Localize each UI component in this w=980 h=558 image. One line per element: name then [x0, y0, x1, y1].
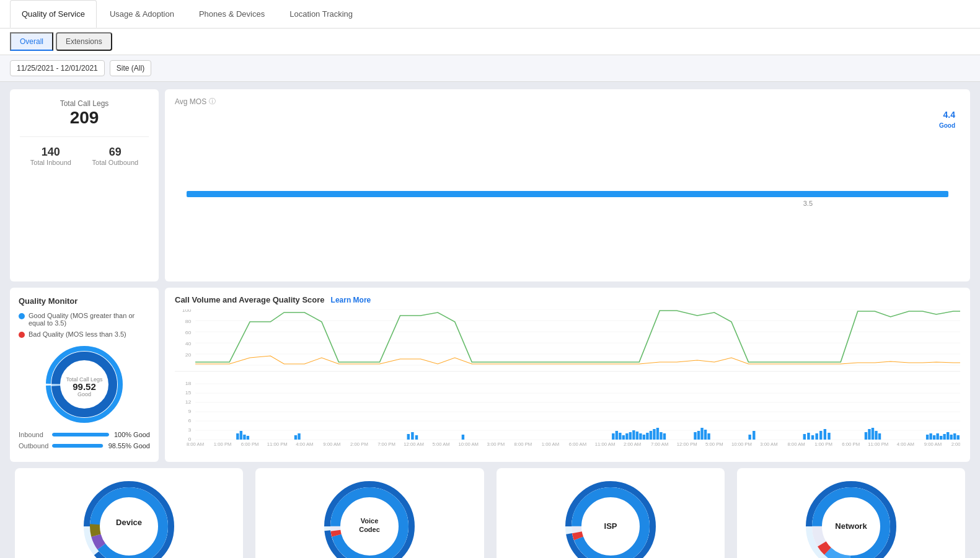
- info-icon: ⓘ: [209, 97, 216, 106]
- row-quality-callvol: Quality Monitor Good Quality (MOS greate…: [10, 288, 970, 462]
- svg-rect-63: [704, 430, 707, 440]
- svg-rect-52: [639, 433, 642, 440]
- learn-more-link[interactable]: Learn More: [331, 296, 371, 304]
- total-call-legs-label: Total Call Legs: [20, 99, 149, 108]
- main-content: Total Call Legs 209 140 Total Inbound 69…: [0, 82, 980, 558]
- svg-rect-83: [940, 436, 942, 440]
- svg-text:12: 12: [185, 399, 192, 405]
- svg-rect-84: [943, 434, 945, 440]
- svg-rect-39: [298, 433, 300, 440]
- outbound-label: Total Outbound: [92, 159, 139, 166]
- svg-rect-56: [653, 429, 655, 440]
- outbound-bar-wrap: [52, 444, 104, 448]
- call-volume-svg: 100 80 60 40 20: [175, 309, 960, 446]
- svg-rect-80: [929, 433, 932, 440]
- svg-text:10:00 PM: 10:00 PM: [731, 441, 752, 446]
- svg-rect-64: [707, 433, 710, 440]
- svg-rect-38: [294, 435, 297, 440]
- svg-text:100: 100: [182, 309, 192, 313]
- inbound-value: 140: [30, 146, 71, 159]
- inbound-outbound-row: 140 Total Inbound 69 Total Outbound: [20, 146, 149, 166]
- svg-rect-49: [629, 432, 632, 440]
- top-navigation: Quality of Service Usage & Adoption Phon…: [0, 0, 980, 29]
- call-volume-panel: Call Volume and Average Quality Score Le…: [165, 288, 970, 462]
- row-stats-mos: Total Call Legs 209 140 Total Inbound 69…: [10, 89, 970, 281]
- svg-text:11:00 PM: 11:00 PM: [267, 441, 288, 446]
- svg-rect-37: [247, 436, 249, 440]
- isp-donut-card: ISP other 99% Good Quality: [497, 468, 725, 558]
- stats-panel: Total Call Legs 209 140 Total Inbound 69…: [10, 89, 159, 281]
- sub-navigation: Overall Extensions: [0, 29, 980, 55]
- inbound-label: Total Inbound: [30, 159, 71, 166]
- svg-rect-42: [415, 435, 418, 440]
- svg-text:15: 15: [185, 389, 192, 396]
- svg-rect-43: [462, 435, 464, 440]
- svg-rect-81: [933, 435, 935, 440]
- date-filter[interactable]: 11/25/2021 - 12/01/2021: [10, 60, 105, 76]
- svg-text:Voice: Voice: [361, 517, 379, 525]
- svg-text:Codec: Codec: [360, 526, 381, 533]
- mos-threshold-label: 3.5: [803, 200, 937, 207]
- svg-rect-47: [622, 435, 625, 440]
- good-quality-label: Good Quality (MOS greater than or equal …: [29, 312, 150, 327]
- mos-bar: [187, 191, 948, 197]
- avg-mos-panel: Avg MOS ⓘ 4.4 Good 3.5: [165, 89, 970, 281]
- svg-text:80: 80: [185, 318, 192, 324]
- svg-rect-79: [926, 435, 929, 440]
- tab-usage-adoption[interactable]: Usage & Adoption: [98, 0, 186, 28]
- charts-area: 100 80 60 40 20: [175, 309, 960, 446]
- outbound-stat: 69 Total Outbound: [92, 146, 139, 166]
- subtab-extensions[interactable]: Extensions: [56, 32, 112, 51]
- svg-text:10:00 AM: 10:00 AM: [458, 441, 479, 446]
- svg-rect-73: [828, 433, 830, 440]
- svg-rect-48: [625, 433, 628, 440]
- tab-location-tracking[interactable]: Location Tracking: [278, 0, 364, 28]
- svg-rect-66: [753, 431, 755, 440]
- bad-quality-legend: Bad Quality (MOS less than 3.5): [19, 330, 150, 338]
- avg-mos-title: Avg MOS ⓘ: [175, 97, 960, 106]
- svg-rect-54: [646, 433, 648, 440]
- inbound-stat: 140 Total Inbound: [30, 146, 71, 166]
- svg-rect-57: [656, 428, 659, 440]
- tab-quality-of-service[interactable]: Quality of Service: [10, 0, 97, 28]
- subtab-overall[interactable]: Overall: [10, 32, 53, 51]
- network-donut-svg: Network: [801, 477, 901, 558]
- voice-codec-donut-card: Voice Codec opus 100% Good Quality: [255, 468, 483, 558]
- svg-rect-50: [632, 430, 635, 440]
- outbound-qstat-value: 98.55% Good: [108, 442, 150, 450]
- svg-text:Device: Device: [116, 518, 142, 527]
- outbound-value: 69: [92, 146, 139, 159]
- svg-rect-53: [643, 435, 645, 440]
- svg-rect-82: [936, 433, 938, 440]
- svg-rect-59: [663, 433, 666, 440]
- quality-donut: Total Call Legs 99.52 Good: [19, 344, 150, 425]
- svg-rect-35: [240, 431, 242, 440]
- inbound-qstat-value: 100% Good: [114, 431, 150, 438]
- svg-text:6:00 AM: 6:00 AM: [569, 441, 586, 446]
- svg-text:40: 40: [185, 340, 192, 347]
- svg-text:ISP: ISP: [604, 521, 617, 531]
- inbound-qstat-label: Inbound: [19, 431, 47, 438]
- svg-rect-68: [807, 433, 810, 440]
- outbound-bar: [52, 444, 103, 448]
- avg-mos-label: Avg MOS: [175, 97, 206, 106]
- svg-rect-34: [236, 433, 239, 440]
- svg-text:3:00 PM: 3:00 PM: [487, 441, 505, 446]
- svg-text:11:00 PM: 11:00 PM: [868, 441, 888, 446]
- svg-rect-40: [407, 434, 410, 440]
- svg-rect-51: [636, 432, 638, 440]
- site-filter[interactable]: Site (All): [110, 60, 151, 76]
- svg-rect-36: [243, 435, 245, 440]
- tab-phones-devices[interactable]: Phones & Devices: [187, 0, 276, 28]
- svg-rect-87: [953, 433, 956, 440]
- svg-text:8:00 PM: 8:00 PM: [514, 441, 532, 446]
- outbound-qstat-label: Outbound: [19, 442, 47, 450]
- svg-text:11:00 AM: 11:00 AM: [595, 441, 616, 446]
- svg-text:5:00 PM: 5:00 PM: [705, 441, 723, 446]
- donut-row: Device Windows_Client 100% Good Quality …: [10, 468, 970, 558]
- svg-rect-55: [650, 431, 652, 440]
- svg-text:12:00 PM: 12:00 PM: [677, 441, 697, 446]
- svg-text:3:00 AM: 3:00 AM: [760, 441, 777, 446]
- svg-rect-62: [700, 428, 703, 440]
- svg-text:1:00 AM: 1:00 AM: [542, 441, 559, 446]
